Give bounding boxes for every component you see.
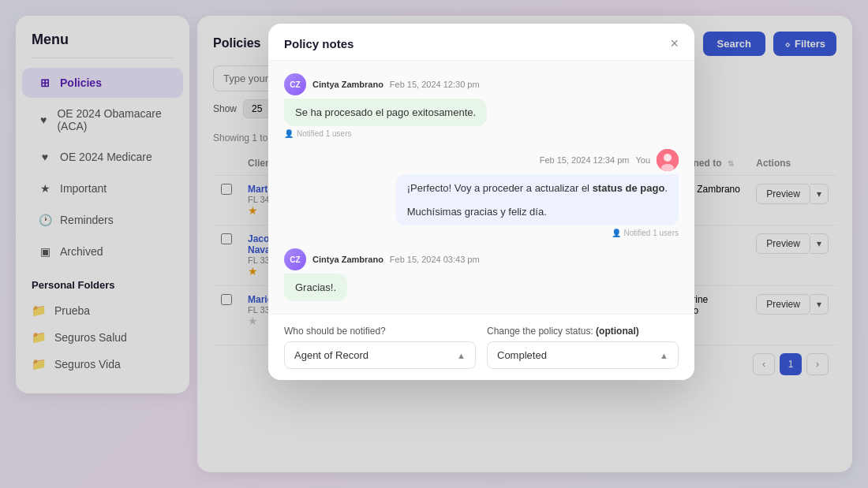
notified-label: 👤 Notified 1 users — [284, 129, 351, 138]
sender-you: You — [635, 155, 650, 165]
modal-close-button[interactable]: × — [670, 36, 679, 50]
notify-value: Agent of Record — [294, 349, 369, 361]
notify-col: Who should be notified? Agent of Record … — [284, 326, 476, 369]
status-label: Change the policy status: (optional) — [487, 326, 679, 337]
msg-text-thanks: Muchísimas gracias y feliz día. — [407, 206, 547, 218]
avatar-cintya-2: CZ — [284, 248, 306, 270]
msg-meta-2: Feb 15, 2024 12:34 pm You — [540, 149, 679, 171]
policy-notes-modal: Policy notes × CZ Cintya Zambrano Feb 15… — [268, 24, 694, 380]
msg-bubble: Gracias!. — [284, 274, 347, 301]
msg-text-after: . — [664, 182, 668, 194]
msg-meta-1: CZ Cintya Zambrano Feb 15, 2024 12:30 pm — [284, 73, 480, 95]
sender-name: Cintya Zambrano — [312, 255, 383, 264]
person-icon: 👤 — [284, 129, 294, 138]
chevron-up-icon: ▲ — [457, 351, 466, 360]
notified-label: 👤 Notified 1 users — [612, 229, 679, 237]
msg-timestamp: Feb 15, 2024 12:30 pm — [390, 80, 480, 89]
modal-title: Policy notes — [284, 37, 354, 50]
status-select[interactable]: Completed ▲ — [487, 341, 679, 369]
svg-point-1 — [664, 154, 672, 162]
sender-name: Cintya Zambrano — [312, 80, 383, 89]
notified-text: Notified 1 users — [624, 229, 679, 237]
footer-row: Who should be notified? Agent of Record … — [284, 326, 679, 369]
notify-label: Who should be notified? — [284, 326, 476, 337]
msg-text: Gracias!. — [295, 281, 336, 293]
status-col: Change the policy status: (optional) Com… — [487, 326, 679, 369]
status-value: Completed — [497, 349, 547, 361]
modal-overlay: Policy notes × CZ Cintya Zambrano Feb 15… — [0, 0, 868, 488]
chat-area: CZ Cintya Zambrano Feb 15, 2024 12:30 pm… — [268, 61, 694, 314]
message-2: Feb 15, 2024 12:34 pm You ¡Perfecto! Voy… — [396, 149, 679, 237]
status-optional: (optional) — [596, 326, 639, 337]
msg-bubble: ¡Perfecto! Voy a proceder a actualizar e… — [396, 174, 679, 225]
notified-text: Notified 1 users — [297, 129, 351, 138]
notify-select[interactable]: Agent of Record ▲ — [284, 341, 476, 369]
status-label-text: Change the policy status: — [487, 326, 593, 337]
modal-footer: Who should be notified? Agent of Record … — [268, 314, 694, 380]
msg-text: Se ha procesado el pago exitosamente. — [295, 106, 476, 118]
message-1: CZ Cintya Zambrano Feb 15, 2024 12:30 pm… — [284, 73, 600, 138]
avatar-cintya: CZ — [284, 73, 306, 95]
person-icon: 👤 — [612, 229, 621, 237]
msg-meta-3: CZ Cintya Zambrano Feb 15, 2024 03:43 pm — [284, 248, 480, 270]
msg-bold-text: status de pago — [593, 182, 665, 194]
msg-timestamp: Feb 15, 2024 12:34 pm — [540, 155, 630, 165]
modal-header: Policy notes × — [268, 24, 694, 61]
avatar-you — [657, 149, 679, 171]
msg-bubble: Se ha procesado el pago exitosamente. — [284, 99, 487, 126]
message-3: CZ Cintya Zambrano Feb 15, 2024 03:43 pm… — [284, 248, 600, 301]
msg-timestamp: Feb 15, 2024 03:43 pm — [390, 255, 480, 264]
chevron-up-icon: ▲ — [660, 351, 668, 360]
msg-text-before: ¡Perfecto! Voy a proceder a actualizar e… — [407, 182, 593, 194]
